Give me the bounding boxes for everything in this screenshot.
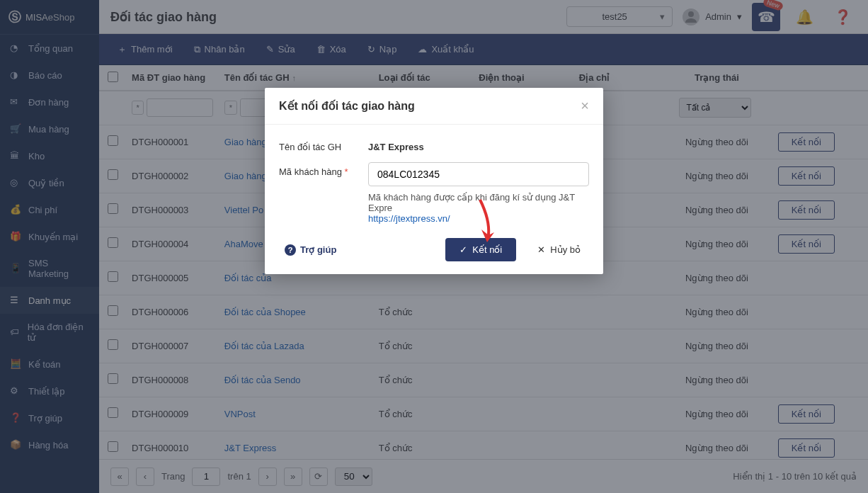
- help-link[interactable]: ? Trợ giúp: [285, 244, 336, 256]
- cancel-button[interactable]: ✕ Hủy bỏ: [529, 238, 589, 261]
- hint-link[interactable]: https://jtextpress.vn/: [368, 213, 450, 224]
- customer-code-label: Mã khách hàng *: [279, 162, 358, 177]
- shield-check-icon: ✓: [459, 244, 467, 255]
- close-icon: ✕: [537, 244, 545, 255]
- connect-partner-dialog: Kết nối đối tác giao hàng × Tên đối tác …: [265, 88, 603, 274]
- customer-code-input[interactable]: [368, 162, 589, 186]
- partner-name-value: J&T Express: [368, 137, 589, 152]
- close-icon[interactable]: ×: [581, 98, 589, 114]
- connect-button[interactable]: ✓ Kết nối: [445, 238, 516, 261]
- partner-name-label: Tên đối tác GH: [279, 137, 358, 152]
- question-icon: ?: [285, 244, 296, 256]
- code-hint: Mã khách hàng được cấp khi đăng kí sử dụ…: [368, 192, 589, 224]
- modal-overlay: Kết nối đối tác giao hàng × Tên đối tác …: [0, 0, 868, 493]
- dialog-title: Kết nối đối tác giao hàng: [279, 99, 581, 113]
